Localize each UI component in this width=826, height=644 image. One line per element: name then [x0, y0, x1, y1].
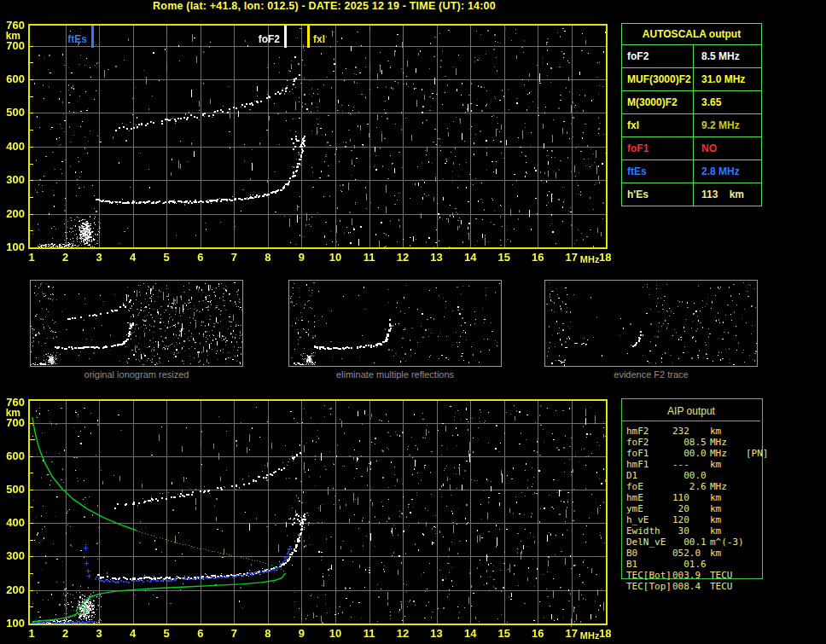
table-row: ftEs 2.8 MHz — [622, 160, 761, 183]
aip-row-hmF2: hmF2232km — [626, 426, 823, 437]
value-fxI: 9.2 MHz — [694, 114, 761, 136]
value-hEs: 113 km — [694, 183, 761, 206]
aip-row-TEC-Top: TEC[Top]008.4TECU — [626, 581, 823, 592]
aip-row-B0: B0052.0km — [626, 548, 823, 559]
aip-row-B1: B1 01.6 — [626, 559, 823, 570]
aip-row-Ewidth: Ewidth 30km — [626, 525, 823, 537]
aip-output-panel: hmF2232km foF2 08.5MHz foF1 00.0MHz[PN] … — [626, 426, 823, 592]
autoscala-header: AUTOSCALA output — [622, 24, 761, 44]
table-row: fxI 9.2 MHz — [622, 113, 761, 136]
param-ftEs: ftEs — [622, 160, 694, 183]
table-row: MUF(3000)F2 31.0 MHz — [622, 67, 761, 90]
thumbnail-evidence-f2-trace — [544, 280, 758, 367]
caption-eliminate-reflections: eliminate multiple reflections — [288, 369, 502, 380]
profile-ionogram-plot — [0, 388, 619, 644]
thumbnail-original-ionogram — [30, 280, 243, 367]
thumbnail-eliminate-reflections — [288, 280, 502, 367]
aip-row-foF1: foF1 00.0MHz[PN] — [626, 448, 823, 459]
aip-row-D1: D1 00.0 — [626, 470, 823, 481]
autoscala-output-panel: AUTOSCALA output foF2 8.5 MHz MUF(3000)F… — [621, 23, 762, 206]
table-row: M(3000)F2 3.65 — [622, 90, 761, 113]
value-ftEs: 2.8 MHz — [694, 160, 761, 183]
value-MUF3000F2: 31.0 MHz — [694, 68, 761, 90]
table-row: h'Es 113 km — [622, 183, 761, 206]
aip-header-divider — [622, 421, 760, 421]
aip-row-hmE: hmE110km — [626, 492, 823, 503]
main-ionogram-plot — [0, 12, 619, 272]
caption-original-ionogram: original ionogram resized — [30, 369, 243, 380]
param-foF2: foF2 — [622, 45, 694, 67]
param-hEs: h'Es — [622, 183, 694, 206]
param-fxI: fxI — [622, 114, 694, 136]
aip-row-hmF1: hmF1---km — [626, 459, 823, 470]
table-row: foF1 NO — [622, 136, 761, 160]
param-foF1: foF1 — [622, 137, 694, 160]
param-M3000F2: M(3000)F2 — [622, 91, 694, 113]
aip-row-h_vE: h_vE120km — [626, 514, 823, 525]
value-foF1: NO — [694, 137, 761, 160]
caption-evidence-f2-trace: evidence F2 trace — [544, 369, 758, 380]
aip-row-DelN_vE: DelN_vE 00.1m^(-3) — [626, 537, 823, 548]
table-row: foF2 8.5 MHz — [622, 44, 761, 67]
aip-row-foF2: foF2 08.5MHz — [626, 437, 823, 448]
aip-row-foE: foE 2.6MHz — [626, 481, 823, 492]
station-title: Rome (lat: +41.8, lon: 012.5) - DATE: 20… — [0, 0, 649, 12]
aip-row-TEC-Bot: TEC[Bot]003.9TECU — [626, 570, 823, 581]
aip-row-ymE: ymE 20km — [626, 503, 823, 514]
aip-header: AIP output — [621, 401, 761, 421]
value-foF2: 8.5 MHz — [694, 45, 761, 67]
param-MUF3000F2: MUF(3000)F2 — [622, 68, 694, 90]
value-M3000F2: 3.65 — [694, 91, 761, 113]
